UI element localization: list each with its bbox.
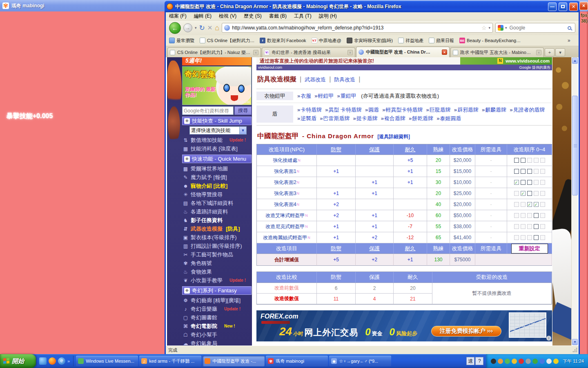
stop-button[interactable]: ✕ xyxy=(207,24,213,31)
sidebar-item[interactable]: ☻ 寵物介紹 [比較] xyxy=(182,182,252,190)
scrollbar-thumb[interactable] xyxy=(572,96,578,195)
reform-order-checkbox[interactable] xyxy=(514,158,519,163)
sidebar-item[interactable]: ▢ 奇幻圖書館 xyxy=(182,313,252,322)
reform-order-checkbox[interactable] xyxy=(534,235,539,240)
sidebar-item[interactable]: ✎ 魔力賦予 [報價] xyxy=(182,173,252,182)
new-tab-button[interactable]: + xyxy=(545,48,555,56)
reform-order-checkbox[interactable] xyxy=(521,235,526,240)
col-header-defense[interactable]: 防禦 xyxy=(317,272,356,283)
menu-item[interactable]: 歷史 (S) xyxy=(244,13,261,20)
reform-order-checkbox[interactable] xyxy=(521,180,526,185)
reform-order-checkbox[interactable] xyxy=(514,235,519,240)
forex-ad-banner[interactable]: FOREX.com 24 小时 网上外汇交易 0 资金 0 风险起步 注册免费模… xyxy=(256,310,552,341)
firefox-quicklaunch-icon[interactable] xyxy=(49,357,56,365)
tray-icon[interactable] xyxy=(532,359,538,364)
reform-order-checkbox[interactable] xyxy=(527,235,532,240)
sidebar-item[interactable]: ✳ 怪物導覽搜尋 xyxy=(182,190,252,199)
reform-order-checkbox[interactable] xyxy=(540,158,545,163)
reform-order-checkbox[interactable] xyxy=(521,158,526,163)
category-link[interactable]: »巨龍盾牌 xyxy=(426,105,451,114)
armor-reform-link[interactable]: 防具改造 xyxy=(334,76,355,83)
skill-select-dropdown[interactable]: 選擇快速查詢技能 ▼ xyxy=(189,126,247,135)
tab-list-dropdown[interactable]: ▾ xyxy=(555,48,565,56)
reform-order-checkbox[interactable] xyxy=(540,235,545,240)
bookmark-item[interactable]: 蘋果日報 xyxy=(429,38,454,44)
sidebar-item[interactable]: ⌘ 奇幻電影院 New ! xyxy=(182,322,252,330)
category-link[interactable]: »餅乾盾牌 xyxy=(409,114,433,123)
tab[interactable]: 跪求 中國龍甲 五改大法 - Mabino… x xyxy=(450,47,544,57)
reform-order-checkbox[interactable] xyxy=(521,213,526,218)
reform-name-link[interactable]: 強化表面1 xyxy=(274,168,296,175)
home-button[interactable]: ⌂ xyxy=(215,24,219,32)
quicklaunch-overflow-chevron[interactable]: » xyxy=(67,359,70,364)
category-link[interactable]: »輕鎧甲 xyxy=(314,92,334,100)
menu-item[interactable]: 檢視 (V) xyxy=(219,13,236,20)
sidebar-item[interactable]: ▩ 愛爾琳世界地圖 xyxy=(182,164,252,173)
sidebar-item[interactable]: ☁ 奇幻氣象局 xyxy=(182,339,252,346)
sidebar-item[interactable]: ♨ 食物效果 xyxy=(182,267,252,276)
sidebar-item[interactable]: ♪ 奇幻音樂廳 Update ! xyxy=(182,305,252,313)
reform-order-checkbox[interactable] xyxy=(534,213,539,218)
reform-order-checkbox[interactable] xyxy=(527,180,532,185)
category-link[interactable]: »巴雷斯盾牌 xyxy=(320,114,350,123)
sidebar-item[interactable]: ▤ 各地下城詳細資料 xyxy=(182,199,252,207)
vertical-scrollbar[interactable]: ▲ ▼ xyxy=(571,57,578,346)
reform-order-checkbox[interactable] xyxy=(514,213,519,218)
reform-order-checkbox[interactable] xyxy=(540,224,545,229)
reform-order-checkbox[interactable] xyxy=(514,169,519,174)
sidebar-search-input[interactable]: Google奇幻資料搜尋 xyxy=(182,106,234,115)
messenger-quicklaunch-icon[interactable] xyxy=(39,357,47,365)
url-dropdown-icon[interactable]: ▾ xyxy=(488,26,490,30)
bookmark-item[interactable]: 非寅時聊天室(臨時) xyxy=(347,38,393,44)
start-button[interactable]: 開始 xyxy=(0,354,36,368)
col-header-durability[interactable]: 耐久 xyxy=(394,243,427,254)
search-box[interactable]: ▾ xyxy=(495,23,575,33)
col-header-defense[interactable]: 防禦 xyxy=(317,243,356,254)
sidebar-item[interactable]: ♞ 影子任務資料 xyxy=(182,216,252,224)
weapon-reform-link[interactable]: 武器改造 xyxy=(305,76,326,83)
reset-button[interactable]: 重新設定 xyxy=(511,244,548,254)
sidebar-item[interactable]: ⇵ 武器改造模擬 [防具] xyxy=(182,224,252,233)
bookmark-item[interactable]: Y7 中原地產@ xyxy=(312,38,341,44)
reform-order-checkbox[interactable] xyxy=(534,191,539,196)
col-header-durability[interactable]: 耐久 xyxy=(394,144,427,155)
reform-order-checkbox[interactable] xyxy=(527,158,532,163)
reform-order-checkbox[interactable] xyxy=(534,169,539,174)
reform-order-checkbox[interactable] xyxy=(540,180,545,185)
ads-by-google-label[interactable]: Google 提供的廣告 xyxy=(519,65,550,70)
tray-icon[interactable] xyxy=(491,359,496,364)
url-bar[interactable]: http://www.yatta.com.tw/mabinogi/how_ref… xyxy=(222,23,493,33)
reform-order-checkbox[interactable] xyxy=(527,213,532,218)
reform-order-checkbox[interactable] xyxy=(540,169,545,174)
maximize-button[interactable] xyxy=(559,2,567,11)
forward-button[interactable]: → xyxy=(183,23,192,32)
ad-info-icon[interactable]: i xyxy=(546,336,551,341)
back-button[interactable]: ← xyxy=(169,22,181,34)
anniversary-banner[interactable]: 5週年! xyxy=(182,57,252,65)
category-link[interactable]: »逆襲盾 xyxy=(297,114,316,123)
ie-quicklaunch-icon[interactable]: e xyxy=(58,357,65,365)
sidebar-item[interactable]: ♨ 各遺跡詳細資料 xyxy=(182,207,252,216)
item-detail-link[interactable]: [道具詳細資料] xyxy=(377,133,410,140)
search-icon[interactable] xyxy=(568,26,571,30)
category-link[interactable]: »輕異型卡特盾牌 xyxy=(382,105,423,114)
tray-icon[interactable] xyxy=(546,359,552,364)
bookmark-star-icon[interactable]: ☆ xyxy=(481,25,487,31)
tab-close-icon[interactable]: x xyxy=(442,49,447,55)
category-link[interactable]: »衣服 xyxy=(297,92,311,100)
sidebar-item[interactable]: ▥ 打鐵設計圖(等級排序) xyxy=(182,242,252,250)
reform-name-link[interactable]: 強化接縫處 xyxy=(273,157,297,164)
reform-order-checkbox[interactable]: ✓ xyxy=(521,191,526,196)
reform-order-checkbox[interactable] xyxy=(514,191,519,196)
url-text[interactable]: http://www.yatta.com.tw/mabinogi/how_ref… xyxy=(232,25,479,31)
sidebar-item[interactable]: ❦ 小坎新手教學 Update ! xyxy=(182,276,252,285)
menu-item[interactable]: 檔案 (F) xyxy=(169,13,187,20)
col-header-durability[interactable]: 耐久 xyxy=(394,272,432,283)
reform-order-checkbox[interactable] xyxy=(514,224,519,229)
tray-icon[interactable] xyxy=(512,359,517,364)
category-link[interactable]: »泰姬圓盾 xyxy=(437,114,461,123)
art-event-banner[interactable]: 奇幻雲集 眾繪師的 最新作品! BlackCat xyxy=(182,66,252,105)
category-link[interactable]: »麒麟盾牌 xyxy=(482,105,506,114)
input-method-button[interactable]: 速 xyxy=(466,357,474,365)
reform-order-checkbox[interactable]: ✓ xyxy=(514,180,519,185)
